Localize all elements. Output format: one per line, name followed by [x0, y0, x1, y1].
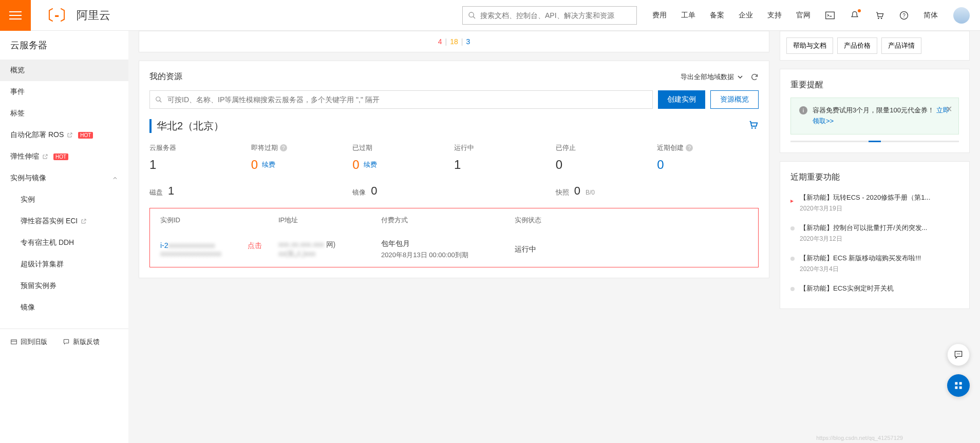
instance-status: 运行中: [515, 245, 748, 254]
svg-rect-19: [955, 382, 957, 384]
logo-icon: 〔-〕: [40, 6, 73, 25]
header-nav: 费用 工单 备案 企业 支持 官网 ? 简体: [652, 10, 938, 21]
cart-icon[interactable]: [747, 119, 759, 133]
feedback-button[interactable]: 新版反馈: [63, 337, 100, 346]
stat-running: 1: [454, 158, 556, 172]
svg-line-13: [160, 101, 162, 103]
sidebar-sub-eci[interactable]: 弹性容器实例 ECI: [0, 210, 128, 232]
svg-point-14: [751, 127, 753, 129]
sidebar-sub-instances[interactable]: 实例: [0, 189, 128, 210]
alert-pager[interactable]: [790, 141, 959, 142]
svg-rect-1: [9, 15, 22, 16]
help-docs-button[interactable]: 帮助与文档: [786, 37, 833, 54]
sidebar-sub-images[interactable]: 镜像: [0, 297, 128, 318]
sidebar-item-autoscaling[interactable]: 弹性伸缩HOT: [0, 146, 128, 167]
svg-point-3: [469, 12, 474, 17]
external-link-icon: [42, 153, 48, 160]
col-header-id: 实例ID: [160, 216, 278, 225]
nav-website[interactable]: 官网: [796, 11, 811, 20]
help-icon[interactable]: ?: [280, 144, 287, 151]
disk-row: 磁盘1 镜像0 快照0B/0: [149, 184, 759, 198]
sidebar-group-instance-image[interactable]: 实例与镜像: [0, 167, 128, 189]
sidebar-sub-scc[interactable]: 超级计算集群: [0, 254, 128, 275]
create-instance-button[interactable]: 创建实例: [658, 90, 705, 109]
product-detail-button[interactable]: 产品详情: [881, 37, 921, 54]
svg-point-16: [957, 354, 958, 355]
refresh-icon[interactable]: [750, 73, 759, 81]
pricing-button[interactable]: 产品价格: [837, 37, 877, 54]
resource-overview-button[interactable]: 资源概览: [710, 90, 759, 109]
table-row: i-2xxxxxxxxxxxxx点击 xxxxxxxxxxxxxxxxx xxx…: [150, 232, 758, 267]
card-title: 我的资源: [149, 71, 182, 82]
back-old-version[interactable]: 回到旧版: [10, 337, 47, 346]
help-icon[interactable]: ?: [899, 10, 909, 21]
hamburger-menu[interactable]: [0, 0, 31, 31]
sidebar-sub-ddh[interactable]: 专有宿主机 DDH: [0, 232, 128, 254]
instance-table: 实例ID IP地址 付费方式 实例状态 i-2xxxxxxxxxxxxx点击 x…: [149, 208, 759, 267]
external-link-icon: [67, 132, 73, 138]
svg-point-12: [156, 97, 160, 101]
notification-icon[interactable]: [850, 10, 860, 21]
stat-stopped: 0: [556, 158, 657, 172]
nav-lang[interactable]: 简体: [924, 11, 938, 20]
svg-line-4: [473, 16, 475, 18]
svg-text:?: ?: [902, 13, 906, 18]
news-card: 近期重要功能 ▸ 【新功能】玩转ECS - 2020修炼手册（第1...2020…: [780, 161, 970, 309]
resource-search[interactable]: [149, 90, 653, 109]
cloudshell-icon[interactable]: [825, 10, 835, 21]
nav-ticket[interactable]: 工单: [681, 11, 695, 20]
export-link[interactable]: 导出全部地域数据: [681, 72, 744, 82]
news-item[interactable]: 【新功能】控制台可以批量打开/关闭突发...2020年3月12日: [790, 218, 959, 248]
logo-text: 阿里云: [77, 8, 110, 23]
sidebar-item-ros[interactable]: 自动化部署 ROSHOT: [0, 124, 128, 146]
stat-images: 0: [371, 184, 377, 198]
click-hint: 点击: [248, 241, 262, 251]
sidebar-item-events[interactable]: 事件: [0, 81, 128, 103]
sidebar-item-tags[interactable]: 标签: [0, 103, 128, 124]
stat-disks: 1: [168, 184, 174, 198]
svg-rect-5: [826, 12, 835, 18]
resource-search-input[interactable]: [167, 95, 647, 104]
my-resources-card: 我的资源 导出全部地域数据 创建实例 资源概览 华北2（北京）: [139, 61, 769, 278]
renew-link[interactable]: 续费: [364, 160, 377, 169]
col-header-status: 实例状态: [515, 216, 748, 225]
nav-billing[interactable]: 费用: [652, 11, 667, 20]
stat-servers: 1: [149, 158, 251, 172]
instance-id-link[interactable]: i-2xxxxxxxxxxxxx点击: [160, 241, 278, 249]
search-input[interactable]: [480, 11, 631, 20]
hot-badge: HOT: [53, 153, 68, 160]
avatar[interactable]: [953, 7, 970, 24]
svg-rect-21: [955, 387, 957, 389]
apps-fab[interactable]: [947, 374, 970, 397]
svg-rect-0: [9, 11, 22, 12]
news-item[interactable]: 【新功能】ECS 新版移动端购买发布啦!!!2020年3月4日: [790, 248, 959, 279]
sidebar: 云服务器 概览 事件 标签 自动化部署 ROSHOT 弹性伸缩HOT 实例与镜像…: [0, 31, 128, 443]
close-icon[interactable]: ✕: [946, 104, 952, 114]
cart-icon[interactable]: [874, 10, 884, 21]
bullet-icon: ▸: [790, 196, 795, 200]
nav-icp[interactable]: 备案: [710, 11, 724, 20]
stat-expiring: 0: [251, 158, 258, 172]
svg-point-18: [959, 354, 960, 355]
nav-enterprise[interactable]: 企业: [739, 11, 753, 20]
logo[interactable]: 〔-〕 阿里云: [40, 6, 110, 25]
bullet-icon: [790, 226, 795, 230]
sidebar-footer: 回到旧版 新版反馈: [0, 329, 128, 355]
sidebar-sub-reserved[interactable]: 预留实例券: [0, 275, 128, 297]
alert-box: i 容器免费试用3个月，限量100元代金券！ 立即领取>> ✕: [790, 98, 959, 134]
info-icon: i: [799, 106, 807, 114]
stat-snapshots: 0: [574, 184, 580, 198]
news-item[interactable]: 【新功能】ECS实例定时开关机: [790, 279, 959, 298]
sidebar-item-overview[interactable]: 概览: [0, 60, 128, 81]
renew-link[interactable]: 续费: [262, 160, 275, 169]
top-buttons-card: 帮助与文档 产品价格 产品详情: [780, 31, 970, 61]
help-icon[interactable]: ?: [686, 144, 693, 151]
top-header: 〔-〕 阿里云 费用 工单 备案 企业 支持 官网 ? 简体: [0, 0, 980, 31]
news-item[interactable]: ▸ 【新功能】玩转ECS - 2020修炼手册（第1...2020年3月19日: [790, 188, 959, 218]
svg-rect-20: [959, 382, 962, 384]
nav-support[interactable]: 支持: [767, 11, 782, 20]
hot-badge: HOT: [78, 132, 93, 139]
chat-fab[interactable]: [947, 343, 970, 366]
card-title: 近期重要功能: [790, 172, 959, 183]
global-search[interactable]: [462, 6, 637, 25]
